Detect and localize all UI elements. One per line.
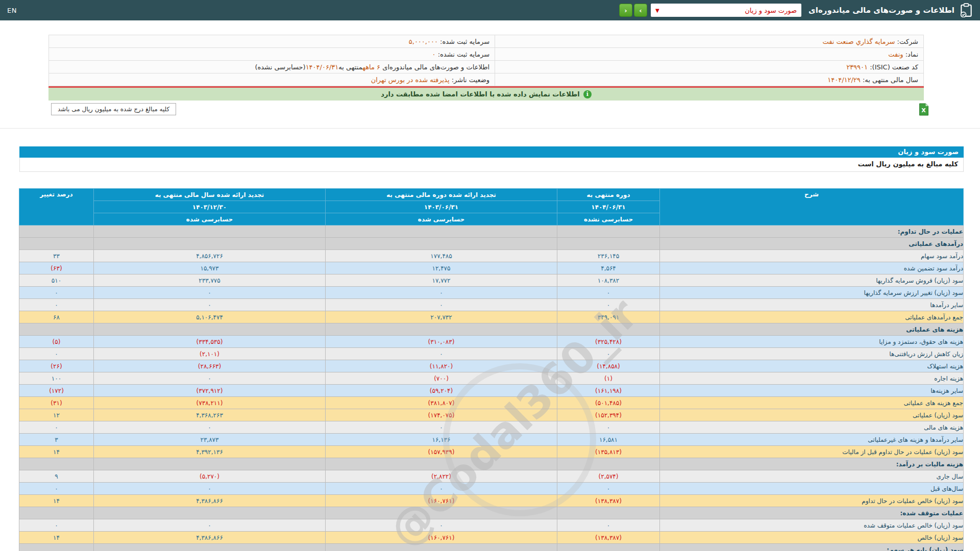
row-value: ۰ xyxy=(19,483,94,495)
row-value xyxy=(19,544,94,551)
row-value: (۱۳۵,۸۱۳) xyxy=(557,446,660,458)
row-value xyxy=(557,544,660,551)
language-toggle-link[interactable]: EN xyxy=(7,7,17,14)
row-value: ۰ xyxy=(94,287,326,299)
excel-icon: X xyxy=(919,103,929,116)
row-value: ۱۲ xyxy=(19,409,94,421)
row-value: (۵۰۱,۴۸۵) xyxy=(557,397,660,409)
row-value: ۱۲,۴۷۵ xyxy=(326,262,557,274)
info-row-isic: کد صنعت (ISIC): ۲۳۹۹۰۱ اطلاعات و صورت‌ها… xyxy=(49,61,924,73)
table-row: درآمد سود سهام۲۳۶,۱۴۵۱۷۷,۴۸۵۴,۸۵۶,۷۲۶۳۳ xyxy=(19,250,964,262)
row-label: زیان کاهش ارزش دریافتنی‌ها xyxy=(660,348,964,360)
row-label: درآمد سود تضمین شده xyxy=(660,262,964,274)
issuer-status-value: پذیرفته شده در بورس تهران xyxy=(371,76,450,84)
symbol-value: ونفت xyxy=(888,51,903,58)
row-value: ۲۳۶,۱۴۵ xyxy=(557,250,660,262)
section-row: هزینه مالیات بر درآمد: xyxy=(19,458,964,470)
row-value: ۰ xyxy=(326,348,557,360)
row-value xyxy=(557,323,660,336)
row-label: سال‌های قبل xyxy=(660,483,964,495)
row-value: (۱۵۷,۹۳۹) xyxy=(326,446,557,458)
row-value: ۰ xyxy=(326,483,557,495)
table-row: سال جاری(۲,۵۷۴)(۲,۸۲۲)(۵,۲۷۰)۹ xyxy=(19,470,964,483)
row-value: ۰ xyxy=(557,421,660,434)
row-label: سود (زیان) عملیاتی xyxy=(660,409,964,421)
isic-label: کد صنعت (ISIC): xyxy=(870,63,918,71)
row-value: ۴,۵۶۴ xyxy=(557,262,660,274)
statement-select[interactable]: صورت سود و زیان ▼ xyxy=(651,4,801,17)
row-value: ۱۴ xyxy=(19,446,94,458)
row-value xyxy=(326,507,557,519)
row-value: (۲,۱۰۱) xyxy=(94,348,326,360)
unregistered-capital-label: سرمایه ثبت نشده: xyxy=(438,51,489,58)
row-value: ۵,۱۰۶,۴۷۴ xyxy=(94,311,326,323)
table-row: هزینه استهلاک(۱۴,۸۵۸)(۱۱,۸۲۰)(۲۸,۶۶۳)(۲۶… xyxy=(19,360,964,372)
header-restated-year: تجدید ارائه شده سال مالی منتهی به xyxy=(94,189,326,201)
row-value: ۰ xyxy=(94,421,326,434)
row-value: (۱) xyxy=(557,372,660,385)
row-value: (۲,۵۷۴) xyxy=(557,470,660,483)
row-value: ۰ xyxy=(19,421,94,434)
row-value xyxy=(19,323,94,336)
row-value: (۷۰۰) xyxy=(326,372,557,385)
section-row: عملیات در حال تداوم: xyxy=(19,226,964,238)
row-value: ۰ xyxy=(557,348,660,360)
row-value xyxy=(557,238,660,250)
row-label: جمع هزینه های عملیاتی xyxy=(660,397,964,409)
row-value: ۴,۳۸۶,۸۶۶ xyxy=(94,495,326,507)
info-row-symbol: نماد: ونفت سرمایه ثبت نشده: ۰ xyxy=(49,48,924,61)
chevron-down-icon: ▼ xyxy=(655,8,659,13)
row-value: (۱۷۲) xyxy=(19,385,94,397)
unregistered-capital-value: ۰ xyxy=(432,51,436,58)
row-label: هزینه های مالی xyxy=(660,421,964,434)
statement-select-value: صورت سود و زیان xyxy=(745,7,797,14)
section-row: هزینه های عملیاتی xyxy=(19,323,964,336)
section-row: درآمدهای عملیاتی xyxy=(19,238,964,250)
row-value: (۵) xyxy=(19,336,94,348)
row-label: سود (زیان) خالص عملیات متوقف شده xyxy=(660,519,964,532)
row-value xyxy=(326,226,557,238)
row-label: سود (زیان) خالص عملیات در حال تداوم xyxy=(660,495,964,507)
row-value: (۶۳) xyxy=(19,262,94,274)
row-value: ۰ xyxy=(326,299,557,311)
row-value: ۴,۸۵۶,۷۲۶ xyxy=(94,250,326,262)
row-value: ۲۳۳,۷۷۵ xyxy=(94,274,326,287)
row-value: (۳۲۵,۴۲۸) xyxy=(557,336,660,348)
row-value: (۲۶) xyxy=(19,360,94,372)
row-label: سال جاری xyxy=(660,470,964,483)
page-title: اطلاعات و صورت‌های مالی میاندوره‌ای xyxy=(808,6,954,15)
row-label: هزینه های حقوق، دستمزد و مزایا xyxy=(660,336,964,348)
row-value: ۱۶,۱۳۶ xyxy=(326,434,557,446)
row-value: ۰ xyxy=(19,348,94,360)
company-label: شرکت: xyxy=(897,38,918,45)
row-value xyxy=(326,323,557,336)
table-row: زیان کاهش ارزش دریافتنی‌ها۰۰(۲,۱۰۱)۰ xyxy=(19,348,964,360)
header-restated-period: تجدید ارائه شده دوره مالی منتهی به xyxy=(326,189,557,201)
row-value: (۱۳۸,۳۸۷) xyxy=(557,495,660,507)
previous-statement-button[interactable]: ‹ xyxy=(619,4,632,17)
row-value: ۰ xyxy=(19,287,94,299)
row-value: ۰ xyxy=(94,483,326,495)
income-statement-table: شرح دوره منتهی به تجدید ارائه شده دوره م… xyxy=(19,188,964,551)
row-label: سود (زیان) فروش سرمایه گذاریها xyxy=(660,274,964,287)
header-restated-period-date: ۱۴۰۳/۰۶/۳۱ xyxy=(326,201,557,213)
row-label: درآمد سود سهام xyxy=(660,250,964,262)
header-restated-year-date: ۱۴۰۳/۱۲/۳۰ xyxy=(94,201,326,213)
row-value: ۰ xyxy=(94,372,326,385)
row-value xyxy=(19,507,94,519)
row-value xyxy=(94,323,326,336)
svg-text:X: X xyxy=(921,107,926,114)
header-restated-year-audit: حسابرسی شده xyxy=(94,213,326,226)
export-excel-button[interactable]: X xyxy=(919,103,929,116)
row-value: (۲,۸۲۲) xyxy=(326,470,557,483)
row-label: سایر هزینه‌ها xyxy=(660,385,964,397)
next-statement-button[interactable]: › xyxy=(634,4,647,17)
symbol-label: نماد: xyxy=(905,51,918,58)
info-row-fiscal-year: سال مالی منتهی به: ۱۴۰۴/۱۲/۲۹ وضعیت ناشر… xyxy=(49,73,924,86)
row-value: (۳۷۲,۹۱۲) xyxy=(94,385,326,397)
header-description: شرح xyxy=(660,189,964,226)
row-value xyxy=(94,458,326,470)
table-row: جمع هزینه های عملیاتی(۵۰۱,۴۸۵)(۳۸۱,۸۰۷)(… xyxy=(19,397,964,409)
row-value: ۵۱۰ xyxy=(19,274,94,287)
row-value xyxy=(557,458,660,470)
